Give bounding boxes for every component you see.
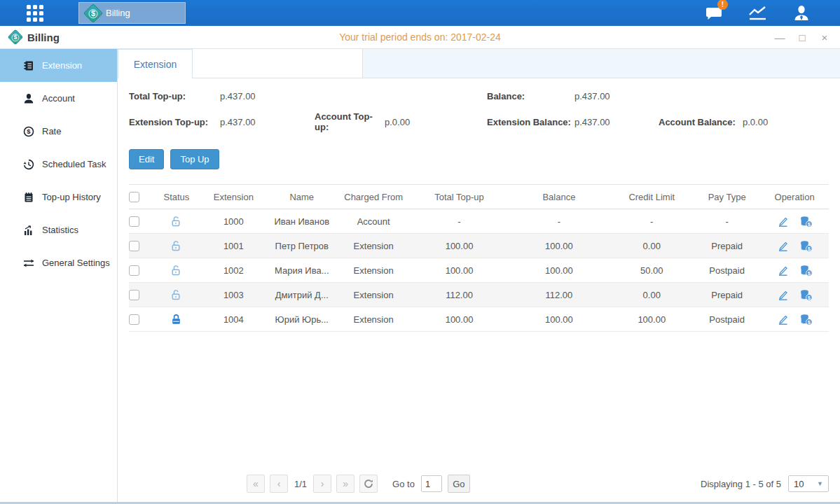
cell-total-topup: 112.00 <box>411 290 509 300</box>
chevron-down-icon: ▼ <box>817 480 823 487</box>
clock-history-icon <box>23 159 34 170</box>
edit-row-icon[interactable] <box>777 216 789 227</box>
cell-credit-limit: 0.00 <box>610 241 694 251</box>
maximize-button[interactable]: □ <box>797 32 808 43</box>
cell-charged-from: Account <box>337 216 411 227</box>
extensions-table: Status Extension Name Charged From Total… <box>129 184 829 332</box>
user-account-icon[interactable] <box>790 4 813 22</box>
dollar-circle-icon: $ <box>23 126 34 137</box>
table-header-row: Status Extension Name Charged From Total… <box>129 184 829 209</box>
row-checkbox[interactable] <box>129 314 139 325</box>
sidebar-item-statistics[interactable]: Statistics <box>0 214 117 246</box>
next-page-button[interactable]: › <box>313 475 331 493</box>
billing-dollar-icon: $ <box>83 3 103 22</box>
balance-summary: Total Top-up: p.437.00 Balance: p.437.00… <box>129 91 829 132</box>
extension-topup-label: Extension Top-up: <box>129 117 220 127</box>
select-all-checkbox[interactable] <box>129 192 139 202</box>
refresh-button[interactable] <box>359 475 378 493</box>
cell-name: Петр Петров <box>267 241 337 251</box>
sidebar-item-label: Rate <box>42 126 61 136</box>
top-up-row-icon[interactable]: $ <box>799 265 813 276</box>
sidebar-item-label: General Settings <box>42 258 110 268</box>
window-title-bar: $ Billing Your trial period ends on: 201… <box>0 26 840 49</box>
row-checkbox[interactable] <box>129 216 139 227</box>
top-up-row-icon[interactable]: $ <box>799 240 813 252</box>
window-title: Billing <box>27 31 60 43</box>
account-topup-value: p.0.00 <box>385 117 487 127</box>
sidebar-item-topup-history[interactable]: Top-up History <box>0 181 117 214</box>
account-balance-label: Account Balance: <box>659 117 743 127</box>
bar-chart-icon <box>23 225 34 236</box>
sidebar-item-general-settings[interactable]: General Settings <box>0 246 117 279</box>
app-grid-icon[interactable] <box>27 5 43 22</box>
lock-closed-icon <box>153 314 200 326</box>
statistics-chart-icon[interactable] <box>746 4 770 22</box>
col-credit-limit: Credit Limit <box>610 192 694 202</box>
messages-icon[interactable]: ! <box>703 4 727 22</box>
tab-extension[interactable]: Extension <box>118 49 193 78</box>
cell-extension: 1002 <box>200 265 267 276</box>
sidebar-item-account[interactable]: Account <box>0 82 117 115</box>
col-pay-type: Pay Type <box>694 192 760 202</box>
sidebar-item-label: Statistics <box>42 225 78 235</box>
displaying-text: Displaying 1 - 5 of 5 <box>701 479 781 489</box>
first-page-button[interactable]: « <box>247 475 265 493</box>
sidebar-item-extension[interactable]: Extension <box>0 49 117 82</box>
row-checkbox[interactable] <box>129 241 139 251</box>
extension-topup-value: p.437.00 <box>220 117 315 127</box>
go-button[interactable]: Go <box>448 475 470 493</box>
table-row: 1001 Петр Петров Extension 100.00 100.00… <box>129 234 829 258</box>
minimize-button[interactable]: — <box>774 32 785 43</box>
cell-pay-type: Prepaid <box>694 241 760 251</box>
sidebar-item-label: Scheduled Task <box>42 159 106 169</box>
edit-button[interactable]: Edit <box>129 149 164 169</box>
sidebar-item-scheduled-task[interactable]: Scheduled Task <box>0 148 117 181</box>
user-icon <box>23 93 34 104</box>
col-extension: Extension <box>200 192 267 202</box>
tab-strip: Extension <box>118 49 840 78</box>
cell-credit-limit: 50.00 <box>610 265 694 276</box>
col-operation: Operation <box>760 192 829 202</box>
top-up-button[interactable]: Top Up <box>170 149 219 169</box>
cell-total-topup: 100.00 <box>411 241 509 251</box>
sidebar: Extension Account $ Rate Scheduled Task <box>0 49 118 502</box>
sliders-icon <box>23 258 34 269</box>
cell-name: Мария Ива... <box>267 265 337 276</box>
sidebar-item-rate[interactable]: $ Rate <box>0 115 117 148</box>
cell-balance: - <box>508 216 610 227</box>
svg-text:$: $ <box>27 127 31 135</box>
cell-charged-from: Extension <box>337 290 411 300</box>
page-size-select[interactable]: 10 ▼ <box>788 475 829 492</box>
row-checkbox[interactable] <box>129 265 139 276</box>
sidebar-item-label: Extension <box>42 60 82 71</box>
topbar-billing-tab[interactable]: $ Billing <box>78 2 186 24</box>
last-page-button[interactable]: » <box>336 475 354 493</box>
prev-page-button[interactable]: ‹ <box>270 475 288 493</box>
col-name: Name <box>267 192 337 202</box>
top-up-row-icon[interactable]: $ <box>799 314 813 326</box>
row-checkbox[interactable] <box>129 290 139 300</box>
cell-extension: 1004 <box>200 314 267 325</box>
close-button[interactable]: × <box>819 32 830 43</box>
balance-value: p.437.00 <box>574 91 659 102</box>
cell-total-topup: 100.00 <box>411 314 509 325</box>
extension-balance-label: Extension Balance: <box>487 117 574 127</box>
lock-open-icon <box>153 240 200 252</box>
table-row: 1003 Дмитрий Д... Extension 112.00 112.0… <box>129 283 829 307</box>
col-total-topup: Total Top-up <box>411 192 509 202</box>
cell-balance: 112.00 <box>508 290 610 300</box>
notification-badge: ! <box>717 0 728 10</box>
cell-name: Дмитрий Д... <box>267 290 337 300</box>
edit-row-icon[interactable] <box>777 314 789 326</box>
cell-credit-limit: - <box>610 216 694 227</box>
top-up-row-icon[interactable]: $ <box>799 289 813 301</box>
sidebar-item-label: Account <box>42 93 75 104</box>
top-up-row-icon[interactable]: $ <box>799 216 813 227</box>
goto-page-input[interactable] <box>421 475 442 492</box>
edit-row-icon[interactable] <box>777 289 789 301</box>
lock-open-icon <box>153 265 200 276</box>
tab-spacer <box>193 49 363 78</box>
edit-row-icon[interactable] <box>777 240 789 252</box>
refresh-icon <box>364 479 373 489</box>
edit-row-icon[interactable] <box>777 265 789 276</box>
